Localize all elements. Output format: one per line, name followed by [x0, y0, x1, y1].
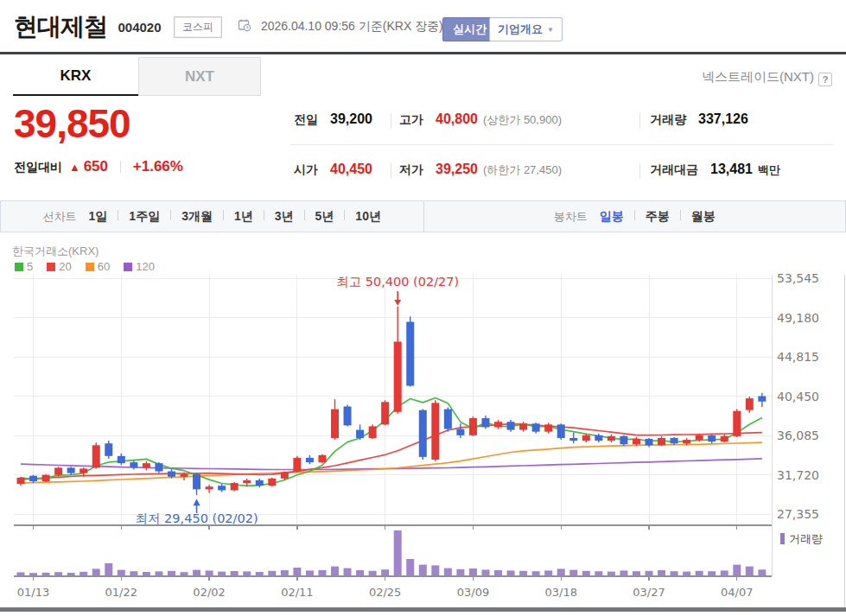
summary-cell-시가: 시가40,450 [294, 162, 372, 178]
change-value: 650 [84, 158, 108, 175]
candle-type-button-1[interactable]: 일봉 [600, 209, 624, 223]
summary-value: 39,200 [330, 111, 372, 126]
svg-text:44,815: 44,815 [777, 350, 819, 364]
candle-type-button-3[interactable]: 월봉 [691, 209, 716, 223]
svg-text:04/07: 04/07 [721, 586, 753, 599]
divider [344, 210, 345, 220]
candle-type-buttons: 일봉주봉월봉 [600, 208, 716, 225]
summary-column-divider [639, 113, 640, 129]
current-price: 39,850 [14, 100, 130, 147]
svg-text:49,180: 49,180 [777, 311, 819, 325]
quote-datetime: 2026.04.10 09:56 기준(KRX 장중) [261, 19, 443, 33]
svg-text:40,450: 40,450 [777, 390, 819, 403]
moving-average-legend: 52060120 [15, 260, 169, 273]
quote-date-suffix: 기준(KRX 장중) [359, 19, 443, 33]
summary-row-divider [290, 144, 833, 145]
divider [304, 210, 305, 220]
help-icon[interactable]: ? [818, 73, 832, 86]
summary-cell-거래대금: 거래대금13,481백만 [650, 162, 780, 178]
ma-swatch-icon [15, 263, 23, 271]
summary-value: 39,250 [436, 162, 478, 176]
price-change-row: 전일대비 ▲ 650 +1.66% [14, 158, 183, 175]
period-button-1[interactable]: 1일 [89, 209, 108, 223]
chevron-down-icon: ▼ [547, 26, 554, 34]
summary-cell-고가: 고가40,800(상한가 50,900) [399, 111, 562, 128]
summary-cell-거래량: 거래량337,126 [650, 111, 748, 128]
summary-value: 337,126 [698, 111, 748, 126]
summary-cell-전일: 전일39,200 [294, 111, 372, 128]
summary-column-divider [391, 113, 391, 129]
divider [223, 210, 224, 220]
summary-cell-저가: 저가39,250(하한가 27,450) [399, 162, 562, 178]
svg-text:최고 50,400 (02/27): 최고 50,400 (02/27) [336, 275, 459, 289]
svg-text:53,545: 53,545 [777, 271, 819, 285]
period-button-6[interactable]: 5년 [315, 209, 334, 223]
divider [264, 210, 264, 220]
nextrade-link: 넥스트레이드(NXT)? [702, 69, 832, 86]
summary-value: 40,450 [330, 162, 372, 176]
clock-calendar-icon [238, 18, 251, 35]
period-button-7[interactable]: 10년 [355, 209, 381, 223]
svg-text:01/13: 01/13 [17, 586, 49, 599]
divider [680, 210, 681, 220]
ma-legend-item-60: 60 [86, 260, 110, 273]
change-percent: +1.66% [133, 158, 183, 175]
summary-extra: (하한가 27,450) [483, 163, 562, 176]
chart-bottom-border [0, 607, 846, 612]
candlestick-chart: 53,54549,18044,81540,45036,08531,72027,3… [0, 233, 846, 616]
tab-nxt[interactable]: NXT [138, 57, 261, 96]
tab-krx[interactable]: KRX [13, 57, 138, 96]
ma-swatch-icon [124, 263, 132, 271]
candle-chart-types: 봉차트 일봉주봉월봉 [423, 201, 846, 232]
ma-legend-item-120: 120 [124, 260, 155, 273]
period-buttons: 1일1주일3개월1년3년5년10년 [89, 208, 381, 225]
summary-label: 고가 [399, 112, 423, 126]
svg-text:27,355: 27,355 [777, 507, 819, 521]
svg-text:03/18: 03/18 [544, 586, 576, 599]
svg-text:03/09: 03/09 [457, 586, 489, 599]
candle-type-button-2[interactable]: 주봉 [646, 209, 670, 223]
divider [120, 161, 121, 173]
summary-extra: 백만 [758, 163, 780, 176]
up-arrow-icon: ▲ [69, 161, 80, 174]
svg-text:31,720: 31,720 [777, 468, 819, 482]
quote-date-value: 2026.04.10 09:56 [261, 19, 355, 33]
period-button-2[interactable]: 1주일 [129, 209, 160, 223]
summary-label: 시가 [294, 162, 318, 176]
company-overview-button[interactable]: 기업개요▼ [489, 17, 563, 41]
summary-value: 13,481 [710, 162, 753, 176]
ma-swatch-icon [47, 263, 55, 271]
summary-label: 거래량 [650, 112, 686, 126]
chart-canvas[interactable]: 53,54549,18044,81540,45036,08531,72027,3… [0, 233, 846, 616]
svg-text:02/02: 02/02 [193, 586, 225, 599]
summary-column-divider [639, 163, 640, 179]
svg-text:최저 29,450 (02/02): 최저 29,450 (02/02) [136, 511, 258, 525]
summary-extra: (상한가 50,900) [483, 113, 562, 126]
stock-quote-page: 현대제철 004020 코스피 2026.04.10 09:56 기준(KRX … [0, 0, 846, 616]
stock-header: 현대제철 004020 코스피 2026.04.10 09:56 기준(KRX … [14, 10, 832, 48]
volume-legend-label: 거래량 [789, 532, 823, 545]
svg-text:02/25: 02/25 [369, 586, 401, 599]
period-button-4[interactable]: 1년 [234, 209, 253, 223]
line-chart-periods: 선차트 1일1주일3개월1년3년5년10년 [1, 201, 423, 232]
chart-toolbar: 선차트 1일1주일3개월1년3년5년10년 봉차트 일봉주봉월봉 [0, 200, 846, 232]
svg-text:02/11: 02/11 [281, 586, 313, 599]
svg-text:03/27: 03/27 [633, 586, 665, 599]
company-overview-label: 기업개요 [498, 22, 543, 35]
summary-label: 거래대금 [650, 162, 698, 176]
divider [634, 210, 635, 220]
market-badge: 코스피 [174, 16, 222, 38]
period-button-5[interactable]: 3년 [275, 209, 294, 223]
stock-code: 004020 [118, 20, 161, 35]
summary-label: 전일 [294, 112, 318, 126]
stock-name: 현대제철 [14, 13, 107, 40]
period-button-3[interactable]: 3개월 [181, 209, 213, 223]
ma-legend-item-5: 5 [15, 260, 33, 273]
divider [118, 210, 118, 220]
volume-swatch-icon [780, 533, 785, 544]
svg-text:36,085: 36,085 [777, 429, 819, 442]
summary-column-divider [391, 163, 391, 179]
summary-value: 40,800 [436, 111, 478, 126]
change-label: 전일대비 [14, 160, 62, 174]
exchange-label: 한국거래소(KRX) [12, 244, 99, 259]
